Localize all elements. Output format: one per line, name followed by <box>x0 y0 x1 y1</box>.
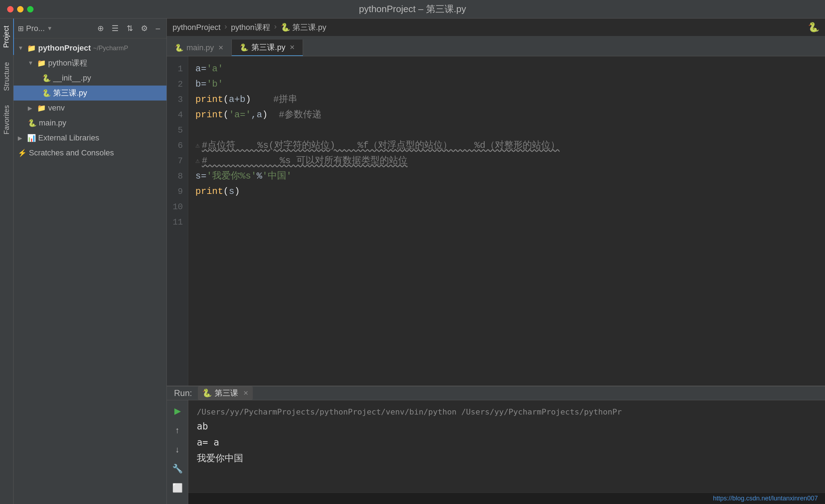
disanke-tab-icon: 🐍 <box>240 43 248 52</box>
maximize-button[interactable] <box>27 6 34 12</box>
code-line-1: a='a' <box>195 61 818 77</box>
run-tab-label: 第三课 <box>215 388 238 398</box>
sidebar-tab-project[interactable]: Project <box>0 19 14 55</box>
chevron-down-icon: ▼ <box>47 25 53 32</box>
scroll-down-button[interactable]: ↓ <box>170 442 185 457</box>
run-content-area: ▶ ↑ ↓ 🔧 ⬜ ↩ /Users/yy/PycharmProjects/py… <box>167 400 825 504</box>
sidebar-strip: Project Structure Favorites <box>0 19 14 504</box>
root-name: pythonProject <box>38 43 91 53</box>
line-num-3: 3 <box>167 92 183 107</box>
tree-item-venv[interactable]: ▶ 📁 venv <box>14 101 166 115</box>
main-tab-icon: 🐍 <box>175 43 184 52</box>
line-num-6: 6 <box>167 138 183 153</box>
line-num-7: 7 <box>167 153 183 169</box>
stop-button[interactable]: ⬜ <box>170 481 185 495</box>
code-line-9: print(s) <box>195 184 818 199</box>
course-toggle: ▼ <box>28 60 35 66</box>
panel-actions: ⊕ ☰ ⇅ ⚙ – <box>95 23 162 34</box>
settings-button[interactable]: ⚙ <box>139 23 150 34</box>
top-right-icon: 🐍 <box>808 22 819 33</box>
bottom-panel: Run: 🐍 第三课 ✕ ▶ ↑ ↓ 🔧 ⬜ ↩ <box>167 386 825 493</box>
scroll-up-button[interactable]: ↑ <box>170 423 185 437</box>
main-layout: Project Structure Favorites ⊞ Pro... ▼ ⊕… <box>0 19 825 504</box>
panel-grid-icon: ⊞ <box>18 24 24 33</box>
extlibs-icon: 📊 <box>27 134 36 142</box>
tab-main-py[interactable]: 🐍 main.py ✕ <box>167 40 232 56</box>
line-numbers: 1 2 3 4 5 6 7 8 9 10 11 <box>167 56 188 386</box>
code-line-11 <box>195 215 818 230</box>
tree-item-main[interactable]: 🐍 main.py <box>14 115 166 130</box>
collapse-button[interactable]: – <box>154 23 162 34</box>
main-tab-close[interactable]: ✕ <box>218 44 224 52</box>
window-controls[interactable] <box>7 6 34 12</box>
rerun-button[interactable]: ↩ <box>170 500 185 504</box>
run-tab-icon: 🐍 <box>202 389 212 398</box>
tree-item-scratches[interactable]: ⚡ Scratches and Consoles <box>14 145 166 160</box>
layout-button[interactable]: ☰ <box>109 23 121 34</box>
code-line-7: ⚠ # %s 可以对所有数据类型的站位 <box>195 153 818 169</box>
venv-toggle: ▶ <box>28 105 35 112</box>
code-line-3: print(a+b) #拼串 <box>195 92 818 107</box>
tree-item-disanke[interactable]: 🐍 第三课.py <box>14 86 166 101</box>
line-num-8: 8 <box>167 169 183 184</box>
code-line-5 <box>195 123 818 138</box>
breadcrumb-file-icon: 🐍 <box>281 23 290 32</box>
file-tree: ▼ 📁 pythonProject ~/PycharmP ▼ 📁 python课… <box>14 38 166 504</box>
panel-header: ⊞ Pro... ▼ ⊕ ☰ ⇅ ⚙ – <box>14 19 166 38</box>
output-cmd-line: /Users/yy/PycharmProjects/pythonProject/… <box>197 405 816 418</box>
settings-tool-button[interactable]: 🔧 <box>170 462 185 476</box>
close-button[interactable] <box>7 6 14 12</box>
tab-disanke-py[interactable]: 🐍 第三课.py ✕ <box>232 40 303 56</box>
line-num-2: 2 <box>167 77 183 92</box>
root-path: ~/PycharmP <box>93 45 128 52</box>
tree-item-python-course[interactable]: ▼ 📁 python课程 <box>14 56 166 71</box>
init-py-icon: 🐍 <box>42 74 51 82</box>
line-num-5: 5 <box>167 123 183 138</box>
window-title: pythonProject – 第三课.py <box>359 3 466 15</box>
sidebar-tab-favorites[interactable]: Favorites <box>0 98 14 142</box>
tab-main-label: main.py <box>186 43 214 52</box>
panel-title-label: Pro... <box>26 24 45 33</box>
minimize-button[interactable] <box>17 6 24 12</box>
root-toggle: ▼ <box>18 45 25 51</box>
line-num-1: 1 <box>167 61 183 77</box>
panel-title: ⊞ Pro... ▼ <box>18 24 52 33</box>
code-line-8: s='我爱你%s'%'中国' <box>195 169 818 184</box>
init-label: __init__.py <box>53 73 91 83</box>
main-py-icon: 🐍 <box>28 119 37 127</box>
disanke-label: 第三课.py <box>53 88 87 98</box>
output-line-a-eq: a= a <box>197 434 816 450</box>
tree-item-init[interactable]: 🐍 __init__.py <box>14 71 166 86</box>
breadcrumb-file: 🐍 第三课.py <box>281 22 326 33</box>
run-tab-close[interactable]: ✕ <box>243 389 248 397</box>
tree-item-external-libs[interactable]: ▶ 📊 External Libraries <box>14 130 166 145</box>
sidebar-tab-structure[interactable]: Structure <box>0 55 14 98</box>
project-panel: ⊞ Pro... ▼ ⊕ ☰ ⇅ ⚙ – ▼ 📁 pythonProject ~… <box>14 19 167 504</box>
extlibs-label: External Libraries <box>38 133 99 143</box>
course-folder-icon: 📁 <box>37 59 46 67</box>
output-line-chinese: 我爱你中国 <box>197 450 816 466</box>
output-line-ab: ab <box>197 418 816 434</box>
line-num-9: 9 <box>167 184 183 199</box>
run-label: Run: <box>174 388 192 398</box>
titlebar: pythonProject – 第三课.py <box>0 0 825 19</box>
code-line-10 <box>195 199 818 215</box>
disanke-tab-close[interactable]: ✕ <box>289 43 295 51</box>
tree-root-item[interactable]: ▼ 📁 pythonProject ~/PycharmP <box>14 41 166 56</box>
breadcrumb-course: python课程 <box>231 22 270 33</box>
breadcrumb-project: pythonProject <box>173 23 221 32</box>
line-num-11: 11 <box>167 215 183 230</box>
code-line-6: ⚠ #点位符 %s(对字符的站位) %f（对浮点型的站位） %d（对整形的站位） <box>195 138 818 153</box>
editor-tabs: 🐍 main.py ✕ 🐍 第三课.py ✕ <box>167 36 825 56</box>
venv-folder-icon: 📁 <box>37 104 46 112</box>
run-tab[interactable]: 🐍 第三课 ✕ <box>198 386 253 400</box>
tab-disanke-label: 第三课.py <box>251 42 285 53</box>
run-toolbar: ▶ ↑ ↓ 🔧 ⬜ ↩ <box>167 400 188 504</box>
add-button[interactable]: ⊕ <box>95 23 106 34</box>
course-label: python课程 <box>48 58 87 68</box>
run-button[interactable]: ▶ <box>170 404 185 418</box>
code-editor[interactable]: a='a' b='b' print(a+b) #拼串 print('a=',a)… <box>188 56 825 386</box>
breadcrumb: pythonProject › python课程 › 🐍 第三课.py 🐍 <box>167 19 825 36</box>
run-output: /Users/yy/PycharmProjects/pythonProject/… <box>188 400 825 504</box>
sort-button[interactable]: ⇅ <box>124 23 135 34</box>
